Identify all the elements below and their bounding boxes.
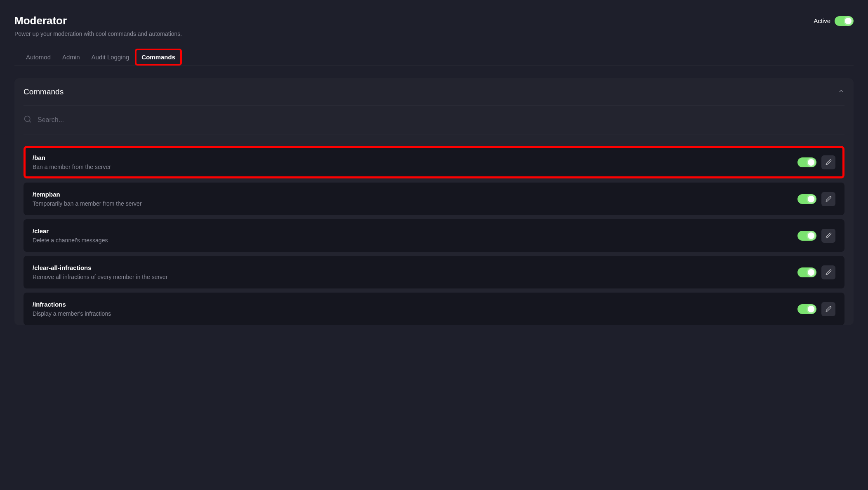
tab-commands[interactable]: Commands: [135, 49, 182, 66]
command-name: /clear: [33, 227, 108, 234]
tab-audit-logging[interactable]: Audit Logging: [86, 49, 135, 66]
command-row-clear: /clear Delete a channel's messages: [24, 219, 844, 252]
module-active-toggle[interactable]: [835, 16, 854, 26]
active-label: Active: [814, 17, 830, 24]
command-desc: Delete a channel's messages: [33, 237, 108, 244]
command-edit-button[interactable]: [821, 265, 835, 279]
module-active-wrap: Active: [814, 16, 854, 26]
command-row-ban: /ban Ban a member from the server: [24, 146, 844, 178]
pencil-icon: [826, 196, 832, 202]
command-row-tempban: /tempban Temporarily ban a member from t…: [24, 183, 844, 215]
search-input[interactable]: [38, 116, 844, 124]
pencil-icon: [826, 306, 832, 312]
command-toggle[interactable]: [797, 194, 816, 204]
panel-title: Commands: [24, 87, 64, 96]
command-desc: Remove all infractions of every member i…: [33, 274, 168, 280]
search-icon: [24, 115, 32, 125]
command-toggle[interactable]: [797, 157, 816, 167]
tab-admin[interactable]: Admin: [56, 49, 86, 66]
pencil-icon: [826, 159, 832, 165]
command-desc: Ban a member from the server: [33, 164, 111, 170]
commands-panel: Commands /ban Ban a member from the serv…: [14, 78, 854, 325]
command-edit-button[interactable]: [821, 155, 835, 169]
command-desc: Temporarily ban a member from the server: [33, 200, 142, 207]
tabs: Automod Admin Audit Logging Commands: [14, 49, 854, 66]
pencil-icon: [826, 232, 832, 239]
svg-line-1: [29, 121, 31, 122]
commands-list: /ban Ban a member from the server /tempb…: [24, 134, 844, 325]
command-name: /ban: [33, 154, 111, 161]
command-row-clear-all-infractions: /clear-all-infractions Remove all infrac…: [24, 256, 844, 288]
command-edit-button[interactable]: [821, 192, 835, 206]
page-title: Moderator: [14, 14, 67, 27]
command-toggle[interactable]: [797, 267, 816, 277]
command-desc: Display a member's infractions: [33, 310, 111, 317]
chevron-up-icon: [838, 88, 844, 94]
command-name: /clear-all-infractions: [33, 264, 168, 271]
search-row: [24, 106, 844, 134]
command-toggle[interactable]: [797, 231, 816, 241]
command-edit-button[interactable]: [821, 302, 835, 316]
collapse-panel-button[interactable]: [838, 88, 844, 96]
page-subtitle: Power up your moderation with cool comma…: [14, 30, 854, 37]
pencil-icon: [826, 269, 832, 275]
command-toggle[interactable]: [797, 304, 816, 314]
command-name: /tempban: [33, 191, 142, 198]
command-edit-button[interactable]: [821, 229, 835, 243]
command-row-infractions: /infractions Display a member's infracti…: [24, 293, 844, 325]
tab-automod[interactable]: Automod: [20, 49, 56, 66]
command-name: /infractions: [33, 301, 111, 308]
